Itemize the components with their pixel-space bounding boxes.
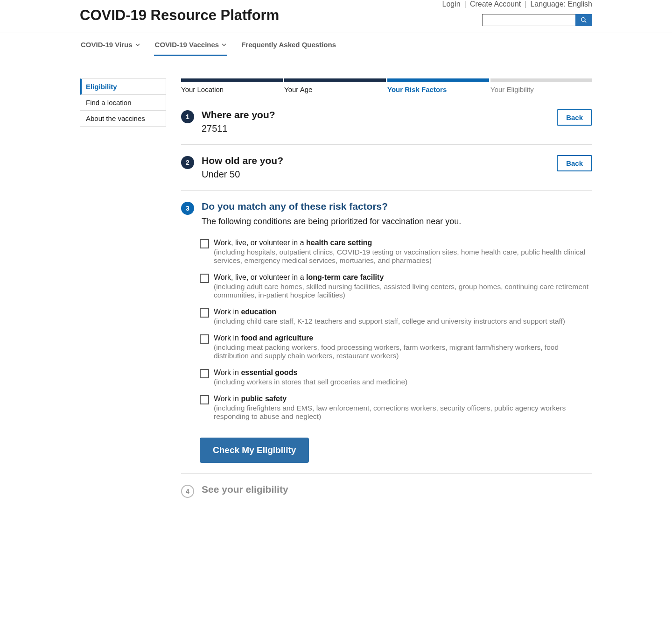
risk-text: Work, live, or volunteer in a long-term …: [214, 273, 592, 299]
risk-checkbox[interactable]: [200, 334, 209, 344]
risk-sub-label: (including child care staff, K-12 teache…: [214, 317, 592, 326]
risk-text: Work in education(including child care s…: [214, 308, 592, 326]
risk-checkbox[interactable]: [200, 395, 209, 404]
divider: |: [525, 0, 526, 8]
search-icon: [581, 17, 587, 23]
progress-bar: [490, 78, 592, 82]
nav-tab[interactable]: Frequently Asked Questions: [240, 33, 337, 56]
sidebar-item[interactable]: About the vaccines: [80, 111, 166, 127]
risk-factor-item: Work in education(including child care s…: [200, 308, 592, 326]
step-title: Do you match any of these risk factors?: [202, 201, 592, 212]
sidebar: EligibilityFind a locationAbout the vacc…: [80, 78, 166, 508]
progress-label: Your Age: [284, 85, 386, 93]
risk-bold: essential goods: [241, 368, 297, 376]
risk-bold: education: [241, 308, 276, 316]
risk-checkbox[interactable]: [200, 274, 209, 283]
nav-tab-label: COVID-19 Virus: [81, 41, 133, 49]
risk-sub-label: (including meat packing workers, food pr…: [214, 343, 592, 360]
risk-factor-item: Work in public safety(including firefigh…: [200, 395, 592, 421]
progress-segment: Your Eligibility: [490, 78, 592, 93]
risk-sub-label: (including firefighters and EMS, law enf…: [214, 404, 592, 421]
create-account-link[interactable]: Create Account: [470, 0, 521, 8]
step-eligibility: 4 See your eligibility: [181, 474, 592, 508]
nav-tab[interactable]: COVID-19 Vaccines: [154, 33, 228, 56]
progress-label: Your Location: [181, 85, 283, 93]
risk-prefix: Work in: [214, 368, 241, 376]
search-button[interactable]: [575, 14, 592, 26]
risk-bold: public safety: [241, 395, 287, 403]
risk-factor-list: Work, live, or volunteer in a health car…: [200, 239, 592, 421]
risk-prefix: Work in: [214, 334, 241, 342]
risk-main-label: Work, live, or volunteer in a long-term …: [214, 273, 592, 282]
risk-main-label: Work, live, or volunteer in a health car…: [214, 239, 592, 247]
main-nav: COVID-19 VirusCOVID-19 VaccinesFrequentl…: [80, 33, 592, 56]
step-title: How old are you?: [202, 155, 549, 166]
site-title: COVID-19 Resource Platform: [80, 7, 279, 24]
step-value: 27511: [202, 123, 549, 134]
language-link[interactable]: Language: English: [530, 0, 592, 8]
risk-bold: health care setting: [306, 239, 372, 247]
divider: |: [464, 0, 466, 8]
risk-text: Work in food and agriculture(including m…: [214, 334, 592, 360]
step-title: See your eligibility: [202, 484, 592, 495]
progress-label: Your Eligibility: [490, 85, 592, 93]
content: Your LocationYour AgeYour Risk FactorsYo…: [181, 78, 592, 508]
search-input[interactable]: [482, 14, 575, 26]
step-number: 3: [181, 202, 194, 215]
progress-label: Your Risk Factors: [387, 85, 489, 93]
svg-line-1: [585, 21, 587, 23]
progress-segment: Your Location: [181, 78, 283, 93]
risk-sub-label: (including hospitals, outpatient clinics…: [214, 248, 592, 265]
progress-tracker: Your LocationYour AgeYour Risk FactorsYo…: [181, 78, 592, 93]
risk-text: Work in public safety(including firefigh…: [214, 395, 592, 421]
risk-main-label: Work in food and agriculture: [214, 334, 592, 342]
risk-main-label: Work in education: [214, 308, 592, 316]
risk-factor-item: Work in food and agriculture(including m…: [200, 334, 592, 360]
back-button[interactable]: Back: [557, 155, 592, 171]
step-value: Under 50: [202, 169, 549, 180]
risk-prefix: Work, live, or volunteer in a: [214, 239, 306, 247]
risk-text: Work in essential goods(including worker…: [214, 368, 592, 386]
risk-checkbox[interactable]: [200, 239, 209, 248]
step-description: The following conditions are being prior…: [202, 217, 592, 227]
risk-sub-label: (including workers in stores that sell g…: [214, 378, 592, 386]
chevron-down-icon: [135, 42, 140, 47]
step-number: 4: [181, 485, 194, 498]
risk-bold: long-term care facility: [306, 273, 384, 281]
search-box: [482, 14, 592, 26]
sidebar-item[interactable]: Eligibility: [80, 78, 166, 95]
risk-main-label: Work in public safety: [214, 395, 592, 403]
risk-factor-item: Work, live, or volunteer in a long-term …: [200, 273, 592, 299]
check-eligibility-button[interactable]: Check My Eligibility: [200, 438, 309, 463]
progress-segment: Your Risk Factors: [387, 78, 489, 93]
step-number: 2: [181, 156, 194, 169]
risk-prefix: Work, live, or volunteer in a: [214, 273, 306, 281]
risk-checkbox[interactable]: [200, 369, 209, 378]
step-risk-factors: 3 Do you match any of these risk factors…: [181, 191, 592, 474]
nav-tab[interactable]: COVID-19 Virus: [80, 33, 141, 56]
step-location: 1 Where are you? 27511 Back: [181, 99, 592, 145]
risk-factor-item: Work, live, or volunteer in a health car…: [200, 239, 592, 265]
progress-bar: [181, 78, 283, 82]
step-age: 2 How old are you? Under 50 Back: [181, 145, 592, 191]
back-button[interactable]: Back: [557, 109, 592, 126]
risk-main-label: Work in essential goods: [214, 368, 592, 377]
risk-bold: food and agriculture: [241, 334, 313, 342]
sidebar-item[interactable]: Find a location: [80, 95, 166, 111]
nav-tab-label: COVID-19 Vaccines: [155, 41, 219, 49]
risk-prefix: Work in: [214, 395, 241, 403]
progress-segment: Your Age: [284, 78, 386, 93]
svg-point-0: [581, 18, 585, 21]
nav-tab-label: Frequently Asked Questions: [241, 41, 336, 49]
step-number: 1: [181, 110, 194, 123]
progress-bar: [284, 78, 386, 82]
step-title: Where are you?: [202, 109, 549, 120]
chevron-down-icon: [222, 42, 226, 47]
risk-checkbox[interactable]: [200, 308, 209, 318]
login-link[interactable]: Login: [442, 0, 461, 8]
progress-bar: [387, 78, 489, 82]
risk-sub-label: (including adult care homes, skilled nur…: [214, 283, 592, 299]
risk-factor-item: Work in essential goods(including worker…: [200, 368, 592, 386]
risk-text: Work, live, or volunteer in a health car…: [214, 239, 592, 265]
risk-prefix: Work in: [214, 308, 241, 316]
